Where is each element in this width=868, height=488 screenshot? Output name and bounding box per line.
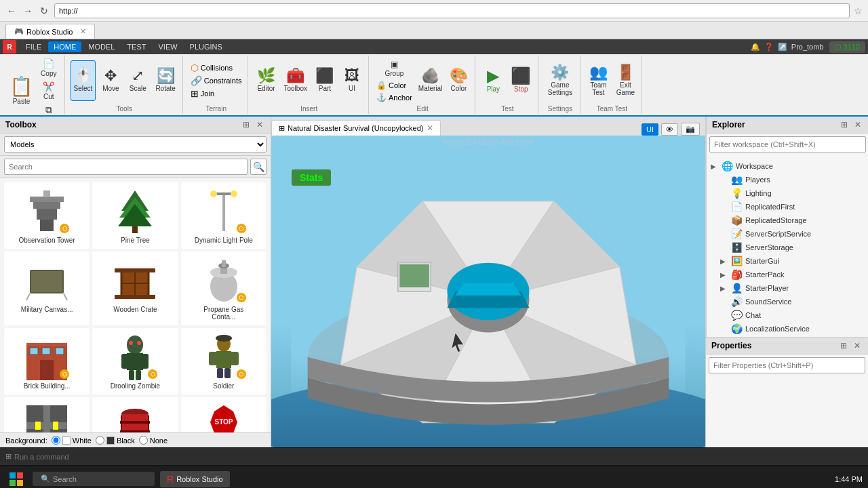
taskbar-roblox[interactable]: R Roblox Studio [160, 471, 230, 487]
game-settings-button[interactable]: ⚙️ GameSettings [545, 60, 575, 101]
explorer-item-players[interactable]: 👥 Players [707, 173, 868, 186]
menu-item-file[interactable]: FILE [20, 41, 47, 52]
toolbox-item-military-canvas[interactable]: Military Canvas... [4, 251, 90, 325]
camera-btn[interactable]: 📷 [681, 123, 700, 136]
part-button[interactable]: ⬛ Part [313, 60, 337, 101]
back-btn[interactable]: ← [5, 5, 18, 17]
windows-start[interactable] [5, 468, 27, 489]
url-bar[interactable] [54, 3, 850, 18]
search-button[interactable]: 🔍 [250, 159, 267, 175]
properties-close-btn[interactable]: ✕ [852, 340, 863, 351]
background-controls: Background: White Black None [0, 432, 271, 447]
paste-button[interactable]: 📋 Paste [7, 68, 36, 115]
taskbar-search[interactable]: 🔍Search [33, 472, 155, 486]
command-input[interactable] [14, 453, 863, 461]
category-select[interactable]: Models [4, 136, 267, 152]
bg-black-option[interactable]: Black [96, 436, 135, 445]
material-icon: 🪨 [421, 68, 439, 83]
team-test-button[interactable]: 👥 TeamTest [586, 60, 610, 101]
properties-dock-btn[interactable]: ⊞ [838, 340, 849, 351]
server-script-label: ServerScriptService [745, 230, 811, 238]
anchor-check[interactable]: ⚓ Anchor [374, 92, 414, 103]
collisions-check[interactable]: ⬡ Collisions [189, 62, 244, 74]
explorer-item-localization[interactable]: 🌍 LocalizationService [707, 322, 868, 336]
toolbox-item-brick-building[interactable]: ⬡ Brick Building... [4, 328, 90, 394]
explorer-filter[interactable] [709, 136, 866, 152]
refresh-btn[interactable]: ↻ [38, 5, 50, 17]
viewport[interactable]: ⊞ Natural Disaster Survival (Uncopylocke… [271, 117, 705, 447]
starter-gui-label: StarterGui [745, 257, 779, 265]
browser-tab[interactable]: 🎮 Roblox Studio ✕ [5, 24, 95, 39]
constraints-check[interactable]: 🔗 Constraints [189, 75, 244, 87]
viewport-tab-close[interactable]: ✕ [427, 123, 433, 133]
select-button[interactable]: 🖱️ Select [71, 60, 96, 101]
lock-check[interactable]: 🔒 Color [374, 80, 414, 91]
menu-item-plugins[interactable]: PLUGINS [184, 41, 228, 52]
item-label-military-canvas: Military Canvas... [21, 306, 73, 313]
explorer-item-replicated-storage[interactable]: 📦 ReplicatedStorage [707, 214, 868, 227]
profile-area[interactable]: 🔔❓↗️ Pro_tomb [751, 43, 824, 52]
workspace-label: Workspace [736, 162, 773, 170]
explorer-item-replicated-first[interactable]: 📄 ReplicatedFirst [707, 200, 868, 214]
material-button[interactable]: 🪨 Material [416, 60, 446, 101]
3d-scene[interactable]: www.BANDICAM.com Stats [271, 136, 705, 447]
toolbox-item-wooden-crate[interactable]: Wooden Crate [92, 251, 178, 325]
eye-btn[interactable]: 👁 [661, 123, 678, 136]
toolbox-button[interactable]: 🧰 Toolbox [281, 60, 309, 101]
menu-item-test[interactable]: TEST [121, 41, 151, 52]
toolbox-close-btn[interactable]: ✕ [254, 119, 265, 130]
toolbox-item-city-streets[interactable]: [Road] City Streets... [4, 397, 90, 432]
move-button[interactable]: ✥ Move [98, 60, 123, 101]
viewport-tab[interactable]: ⊞ Natural Disaster Survival (Uncopylocke… [271, 120, 441, 136]
scale-button[interactable]: ⤢ Scale [125, 60, 150, 101]
group-button[interactable]: ▣ Group [374, 58, 414, 79]
play-button[interactable]: ▶ Play [481, 60, 505, 101]
toolbox-item-light-pole[interactable]: ⬡ Dynamic Light Pole [181, 182, 267, 249]
bg-none-option[interactable]: None [139, 436, 167, 445]
tab-close[interactable]: ✕ [80, 27, 86, 36]
menu-item-home[interactable]: HOME [48, 41, 81, 52]
color-button[interactable]: 🎨 Color [446, 60, 471, 101]
exit-game-button[interactable]: 🚪 ExitGame [613, 60, 637, 101]
bg-white-option[interactable]: White [52, 436, 92, 445]
explorer-item-starter-player[interactable]: ▶ 👤 StarterPlayer [707, 281, 868, 295]
test-label: Test [501, 104, 513, 113]
explorer-item-sound-service[interactable]: 🔊 SoundService [707, 295, 868, 308]
forward-btn[interactable]: → [22, 5, 34, 17]
explorer-item-lighting[interactable]: 💡 Lighting [707, 186, 868, 200]
ui-button[interactable]: 🖼 UI [340, 60, 364, 101]
menu-item-view[interactable]: VIEW [153, 41, 182, 52]
toolbox-item-observation-tower[interactable]: ⬡ Observation Tower [4, 182, 90, 249]
explorer-dock-btn[interactable]: ⊞ [839, 119, 850, 130]
ui-mode-btn[interactable]: UI [642, 123, 658, 136]
properties-filter[interactable] [709, 357, 865, 373]
command-bar-icon: ⊞ [5, 452, 12, 461]
toolbox-item-soldier[interactable]: ⬡ Soldier [181, 328, 267, 394]
cut-button[interactable]: ✂️ Cut [37, 80, 60, 102]
toolbox-item-stop-sign[interactable]: STOP ⬡ Stop Sign [181, 397, 267, 432]
toolbox-item-exploding-barrel[interactable]: ⬡ Exploding Barrel [92, 397, 178, 432]
editor-button[interactable]: 🌿 Editor [254, 60, 278, 101]
search-input[interactable] [4, 159, 248, 175]
roblox-logo: R [3, 40, 16, 54]
explorer-item-server-script[interactable]: 📝 ServerScriptService [707, 227, 868, 241]
explorer-item-chat[interactable]: 💬 Chat [707, 308, 868, 322]
toolbox-item-drooling-zombie[interactable]: ⬡ Drooling Zombie [92, 328, 178, 394]
explorer-item-starter-pack[interactable]: ▶ 🎒 StarterPack [707, 268, 868, 281]
toolbox-item-propane[interactable]: ⬡ Propane Gas Conta... [181, 251, 267, 325]
svg-rect-1 [37, 207, 57, 220]
toolbox-dock-btn[interactable]: ⊞ [241, 119, 252, 130]
explorer-close-btn[interactable]: ✕ [852, 119, 863, 130]
explorer-item-workspace[interactable]: ▶ 🌐 Workspace [707, 159, 868, 173]
menu-item-model[interactable]: MODEL [83, 41, 120, 52]
cut-label: Cut [43, 93, 54, 100]
stop-button[interactable]: ⬛ Stop [508, 60, 534, 101]
svg-rect-59 [120, 430, 150, 432]
part-icon: ⬛ [315, 68, 334, 83]
copy-button[interactable]: 📄 Copy [37, 57, 60, 79]
explorer-item-server-storage[interactable]: 🗄️ ServerStorage [707, 241, 868, 254]
rotate-button[interactable]: 🔄 Rotate [153, 60, 178, 101]
toolbox-item-pine-tree[interactable]: Pine Tree [92, 182, 178, 249]
join-check[interactable]: ⊞ Join [189, 87, 244, 100]
explorer-item-starter-gui[interactable]: ▶ 🖼️ StarterGui [707, 254, 868, 268]
